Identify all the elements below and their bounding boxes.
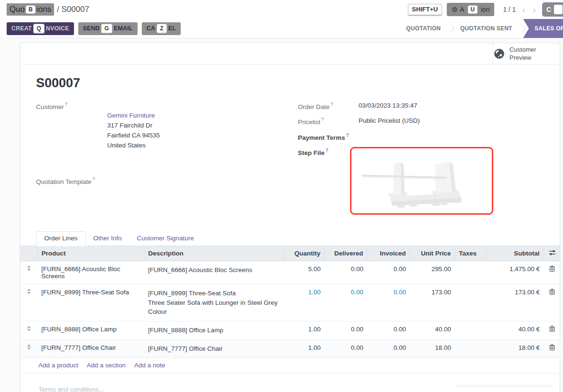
table-row[interactable]: [FURN_8888] Office Lamp [FURN_8888] Offi… <box>20 321 561 339</box>
pager-next-icon[interactable]: › <box>531 5 537 14</box>
col-header-subtotal[interactable]: Subtotal <box>486 246 544 261</box>
key-hint-z: Z <box>157 24 167 34</box>
cell-product[interactable]: [FURN_8888] Office Lamp <box>37 321 144 339</box>
optional-columns-icon[interactable] <box>549 250 556 255</box>
table-row[interactable]: [FURN_7777] Office Chair [FURN_7777] Off… <box>20 339 561 358</box>
key-hint-b: B <box>26 5 36 14</box>
action-label-pre: A <box>460 6 464 13</box>
table-row[interactable]: [FURN_8999] Three-Seat Sofa [FURN_8999] … <box>20 284 561 321</box>
handle-column-header <box>20 246 37 261</box>
add-a-section-link[interactable]: Add a section <box>87 362 126 369</box>
drag-handle-icon[interactable] <box>20 261 37 284</box>
help-question-icon: ? <box>331 102 333 107</box>
terms-and-conditions-input[interactable]: Terms and conditions... <box>38 386 104 392</box>
col-header-delivered[interactable]: Delivered <box>324 246 367 261</box>
col-header-unit-price[interactable]: Unit Price <box>410 246 455 261</box>
col-header-invoiced[interactable]: Invoiced <box>367 246 410 261</box>
cell-product[interactable]: [FURN_8999] Three-Seat Sofa <box>37 284 144 321</box>
cell-description[interactable]: [FURN_6666] Acoustic Bloc Screens <box>144 261 284 284</box>
cell-quantity[interactable]: 1.00 <box>284 339 324 358</box>
create-invoice-button[interactable]: CREAT Q NVOICE <box>7 22 74 35</box>
cell-invoiced[interactable]: 0.00 <box>367 261 410 284</box>
breadcrumb-text-pre: Quo <box>9 5 25 14</box>
cell-subtotal: 40.00 € <box>486 321 544 339</box>
tab-other-info[interactable]: Other Info <box>86 232 129 246</box>
cell-delivered[interactable]: 0.00 <box>324 284 367 321</box>
col-header-description[interactable]: Description <box>144 246 284 261</box>
pricelist-label: Pricelist? <box>298 116 359 127</box>
cell-delivered[interactable]: 0.00 <box>324 321 367 339</box>
key-hint-shift-u: SHIFT+U <box>408 4 443 16</box>
col-header-taxes[interactable]: Taxes <box>455 246 486 261</box>
cell-delivered[interactable]: 0.00 <box>324 261 367 284</box>
add-a-note-link[interactable]: Add a note <box>134 362 165 369</box>
cell-delivered[interactable]: 0.00 <box>324 339 367 358</box>
cell-taxes[interactable] <box>455 339 486 358</box>
control-panel: CREAT Q NVOICE SEND G EMAIL CA Z EL QUOT… <box>0 19 563 38</box>
customer-preview-button[interactable]: Customer Preview <box>493 43 560 64</box>
cell-quantity[interactable]: 5.00 <box>284 261 324 284</box>
cell-unit-price[interactable]: 173.00 <box>410 284 455 321</box>
cancel-label-pre: CA <box>147 25 155 32</box>
cell-description[interactable]: [FURN_7777] Office Chair <box>144 339 284 358</box>
drag-handle-icon[interactable] <box>20 339 37 358</box>
list-add-links: Add a product Add a section Add a note <box>20 358 560 374</box>
tab-order-lines[interactable]: Order Lines <box>36 231 86 246</box>
breadcrumb: / S00007 <box>57 5 89 14</box>
delete-row-icon[interactable] <box>549 344 555 350</box>
drag-handle-icon[interactable] <box>20 321 37 339</box>
cell-quantity[interactable]: 1.00 <box>284 321 324 339</box>
customer-preview-label: Customer Preview <box>509 46 560 62</box>
status-step-quotation[interactable]: QUOTATION <box>397 19 449 38</box>
payment-terms-label: Payment Terms? <box>298 132 359 143</box>
send-email-label-pre: SEND <box>83 25 100 32</box>
quotation-template-field-row: Quotation Template? <box>36 176 298 187</box>
order-date-value[interactable]: 03/03/2023 13:35:47 <box>359 101 417 112</box>
customer-label: Customer? <box>36 101 107 161</box>
add-a-product-link[interactable]: Add a product <box>38 362 78 369</box>
tab-customer-signature[interactable]: Customer Signature <box>129 232 202 246</box>
pager-previous-icon[interactable]: ‹ <box>521 5 527 14</box>
cell-product[interactable]: [FURN_6666] Acoustic Bloc Screens <box>37 261 144 284</box>
create-invoice-label-post: NVOICE <box>46 25 69 32</box>
partial-edge-button[interactable]: C <box>542 2 563 17</box>
step-file-image[interactable] <box>350 147 493 215</box>
drag-handle-icon[interactable] <box>20 284 37 321</box>
breadcrumb-text-post: ions <box>37 5 51 14</box>
record-pager: 1 / 1 <box>503 6 516 13</box>
customer-link[interactable]: Gemini Furniture <box>107 112 155 119</box>
cell-taxes[interactable] <box>455 284 486 321</box>
col-header-quantity[interactable]: Quantity <box>284 246 324 261</box>
cell-description[interactable]: [FURN_8888] Office Lamp <box>144 321 284 339</box>
col-header-product[interactable]: Product <box>37 246 144 261</box>
cell-taxes[interactable] <box>455 261 486 284</box>
action-menu-button[interactable]: ⚙ AUion <box>447 3 494 16</box>
cell-unit-price[interactable]: 40.00 <box>410 321 455 339</box>
delete-row-icon[interactable] <box>549 289 555 295</box>
cell-quantity[interactable]: 1.00 <box>284 284 324 321</box>
cell-product[interactable]: [FURN_7777] Office Chair <box>37 339 144 358</box>
delete-row-icon[interactable] <box>549 326 555 332</box>
pricelist-value[interactable]: Public Pricelist (USD) <box>359 116 420 127</box>
cell-taxes[interactable] <box>455 321 486 339</box>
delete-row-icon[interactable] <box>549 265 555 272</box>
cancel-button[interactable]: CA Z EL <box>142 22 181 35</box>
send-email-button[interactable]: SEND G EMAIL <box>78 22 138 35</box>
key-hint-u: U <box>468 5 478 14</box>
sheet-footer: Terms and conditions... Total: 1,706.00 … <box>20 374 560 392</box>
breadcrumb-separator: / <box>57 5 59 14</box>
status-step-quotation-sent[interactable]: QUOTATION SENT <box>452 19 521 38</box>
table-row[interactable]: [FURN_6666] Acoustic Bloc Screens [FURN_… <box>20 261 561 284</box>
cell-description[interactable]: [FURN_8999] Three-Seat Sofa Three Seater… <box>144 284 284 321</box>
cell-unit-price[interactable]: 18.00 <box>410 339 455 358</box>
help-question-icon: ? <box>65 102 68 107</box>
breadcrumb-quotations[interactable]: Quo B ions <box>7 3 54 16</box>
cell-invoiced[interactable]: 0.00 <box>367 321 410 339</box>
cell-unit-price[interactable]: 295.00 <box>410 261 455 284</box>
status-step-sales-order[interactable]: SALES ORDER <box>523 19 563 38</box>
order-date-field-row: Order Date? 03/03/2023 13:35:47 <box>298 101 560 112</box>
cell-invoiced[interactable]: 0.00 <box>367 284 410 321</box>
step-file-label: Step File? <box>298 147 350 215</box>
step-file-field-row: Step File? <box>298 147 560 215</box>
cell-invoiced[interactable]: 0.00 <box>367 339 410 358</box>
